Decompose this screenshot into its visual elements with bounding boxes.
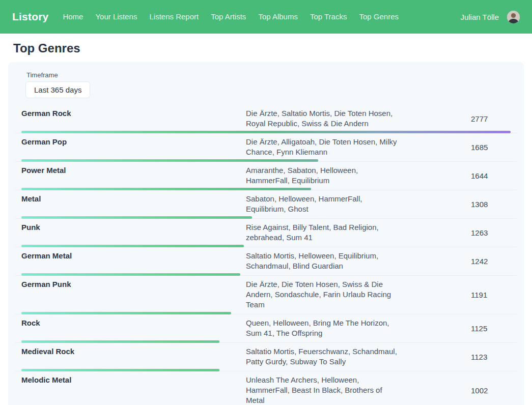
genre-count: 1242 (471, 257, 517, 266)
genre-name: German Pop (15, 137, 246, 147)
nav-item: Top Genres (359, 12, 399, 21)
timeframe-select-button[interactable]: Last 365 days (25, 81, 90, 98)
genre-artists: Saltatio Mortis, Feuerschwanz, Schandmau… (246, 346, 403, 367)
genre-name: Power Metal (15, 165, 246, 176)
nav-link[interactable]: Top Albums (258, 12, 298, 21)
page-title: Top Genres (13, 41, 524, 55)
nav-link[interactable]: Top Artists (211, 12, 246, 21)
nav-item: Listens Report (149, 12, 199, 21)
brand-logo[interactable]: Listory (12, 11, 48, 23)
genre-count: 1263 (471, 228, 517, 237)
genre-name: German Rock (15, 108, 246, 119)
table-row: Power Metal Amaranthe, Sabaton, Hellowee… (15, 162, 517, 190)
genre-count: 1125 (471, 324, 517, 333)
nav-item: Your Listens (95, 12, 137, 21)
nav-link[interactable]: Your Listens (95, 12, 137, 21)
genre-count: 2777 (471, 114, 517, 123)
table-row: German Pop Die Ärzte, Alligatoah, Die To… (15, 133, 517, 162)
genre-artists: Queen, Helloween, Bring Me The Horizon, … (246, 318, 403, 338)
genre-count: 1123 (471, 353, 517, 361)
table-row: Rock Queen, Helloween, Bring Me The Hori… (15, 314, 517, 343)
genre-artists: Die Ärzte, Alligatoah, Die Toten Hosen, … (246, 137, 403, 157)
genre-artists: Die Ärzte, Die Toten Hosen, Swiss & Die … (246, 279, 403, 310)
nav-link[interactable]: Top Tracks (310, 12, 347, 21)
genre-count: 1002 (471, 386, 517, 395)
nav-item: Home (63, 12, 83, 21)
genre-count: 1685 (471, 143, 517, 152)
table-row: German Punk Die Ärzte, Die Toten Hosen, … (15, 276, 517, 314)
table-row: German Metal Saltatio Mortis, Helloween,… (15, 247, 517, 276)
table-row: Medieval Rock Saltatio Mortis, Feuerschw… (15, 343, 517, 371)
genre-artists: Die Ärzte, Saltatio Mortis, Die Toten Ho… (246, 108, 403, 129)
nav-link[interactable]: Listens Report (149, 12, 199, 21)
nav-item: Top Artists (211, 12, 246, 21)
nav-item: Top Albums (258, 12, 298, 21)
genre-artists: Sabaton, Helloween, HammerFall, Equilibr… (246, 194, 403, 214)
table-row: Melodic Metal Unleash The Archers, Hello… (15, 371, 517, 405)
table-row: Punk Rise Against, Billy Talent, Bad Rel… (15, 219, 517, 247)
table-row: German Rock Die Ärzte, Saltatio Mortis, … (15, 105, 517, 133)
genres-card: Timeframe Last 365 days German Rock Die … (8, 62, 524, 405)
genre-name: Melodic Metal (15, 375, 246, 385)
genre-artists: Unleash The Archers, Helloween, HammerFa… (246, 375, 403, 405)
genre-artists: Amaranthe, Sabaton, Helloween, HammerFal… (246, 165, 403, 186)
table-row: Metal Sabaton, Helloween, HammerFall, Eq… (15, 190, 517, 219)
genre-count: 1644 (471, 171, 517, 180)
genre-name: Medieval Rock (15, 346, 246, 357)
genre-name: Punk (15, 222, 246, 233)
user-photo-icon (507, 11, 520, 23)
genre-artists: Saltatio Mortis, Helloween, Equilibrium,… (246, 251, 403, 271)
timeframe-label: Timeframe (26, 71, 517, 79)
genre-artists: Rise Against, Billy Talent, Bad Religion… (246, 222, 403, 243)
main-content: Top Genres Timeframe Last 365 days Germa… (0, 41, 532, 405)
genre-count: 1191 (471, 291, 517, 299)
nav-link[interactable]: Home (63, 12, 83, 21)
genre-name: German Punk (15, 279, 246, 290)
user-name: Julian Tölle (460, 13, 499, 21)
nav-item: Top Tracks (310, 12, 347, 21)
nav-link[interactable]: Top Genres (359, 12, 399, 21)
genre-name: Metal (15, 194, 246, 204)
user-avatar[interactable] (507, 11, 520, 23)
user-menu[interactable]: Julian Tölle (460, 11, 520, 23)
nav-items: Home Your Listens Listens Report Top Art… (63, 12, 399, 21)
genre-name: Rock (15, 318, 246, 328)
top-navbar: Listory Home Your Listens Listens Report… (0, 0, 532, 34)
genre-count: 1308 (471, 200, 517, 209)
genre-table: German Rock Die Ärzte, Saltatio Mortis, … (15, 105, 517, 405)
genre-name: German Metal (15, 251, 246, 261)
